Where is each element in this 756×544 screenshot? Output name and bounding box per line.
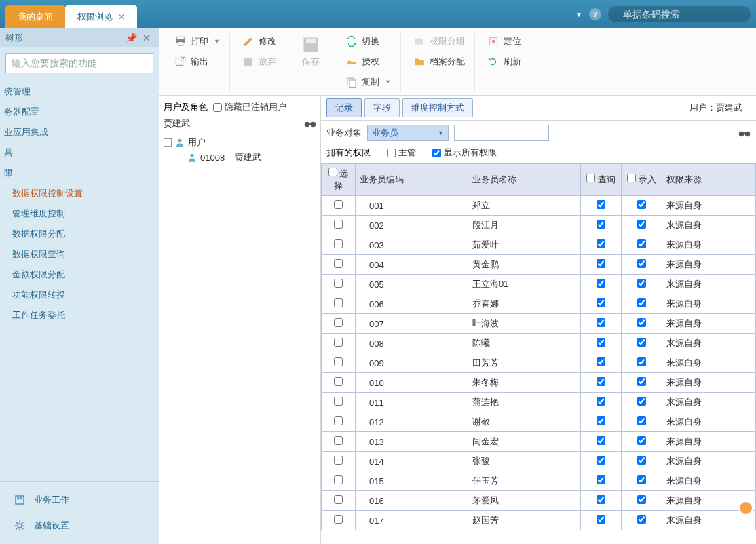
row-query[interactable] [597,377,605,386]
row-entry[interactable] [637,475,646,484]
collapse-icon[interactable]: − [164,138,172,147]
table-row[interactable]: 015任玉芳来源自身 [322,471,756,491]
row-select[interactable] [334,397,343,406]
row-entry[interactable] [637,416,646,425]
row-select[interactable] [334,416,343,425]
row-select[interactable] [334,515,343,524]
row-entry[interactable] [637,220,646,229]
row-query[interactable] [597,298,605,307]
tree-root[interactable]: − 用户 [164,135,316,150]
row-select[interactable] [334,220,343,229]
show-all-checkbox[interactable]: 显示所有权限 [432,147,497,159]
nav-item[interactable]: 统管理 [0,81,159,102]
row-entry[interactable] [637,259,646,268]
barcode-search-input[interactable] [623,9,742,20]
row-select[interactable] [334,436,343,445]
row-query[interactable] [597,259,605,268]
table-row[interactable]: 016茅爱凤来源自身 [322,491,756,511]
table-row[interactable]: 006乔春娜来源自身 [322,294,756,314]
print-button[interactable]: 打印▼ [170,33,224,50]
tree-child[interactable]: 01008 贾建武 [164,150,316,165]
row-entry[interactable] [637,456,646,465]
table-row[interactable]: 004黄金鹏来源自身 [322,255,756,275]
row-query[interactable] [597,475,605,484]
table-row[interactable]: 001郑立来源自身 [322,196,756,216]
filter-input[interactable] [454,125,549,141]
nav-item[interactable]: 务器配置 [0,102,159,122]
dropdown-icon[interactable]: ▼ [575,11,582,18]
row-select[interactable] [334,318,343,327]
row-entry[interactable] [637,338,646,347]
table-row[interactable]: 014张骏来源自身 [322,452,756,471]
row-query[interactable] [597,220,605,229]
row-query[interactable] [597,456,605,465]
row-select[interactable] [334,338,343,347]
nav-item[interactable]: 业应用集成 [0,122,159,142]
table-row[interactable]: 003茹爱叶来源自身 [322,235,756,255]
row-select[interactable] [334,298,343,307]
row-query[interactable] [597,436,605,445]
table-row[interactable]: 011蒲连艳来源自身 [322,393,756,412]
row-query[interactable] [597,495,605,504]
row-select[interactable] [334,456,343,465]
row-query[interactable] [597,200,605,209]
row-query[interactable] [597,357,605,366]
hide-cancelled-checkbox[interactable]: 隐藏已注销用户 [213,101,286,113]
row-select[interactable] [334,239,343,248]
row-query[interactable] [597,397,605,406]
tab-我的桌面[interactable]: 我的桌面 [5,5,65,28]
table-row[interactable]: 017赵国芳来源自身 [322,511,756,530]
binoculars-icon[interactable] [304,119,316,128]
sidebar-bottom-item[interactable]: 基础设置 [0,513,159,539]
copy-button[interactable]: 复制▼ [341,73,395,91]
subtab[interactable]: 字段 [364,98,400,117]
row-select[interactable] [334,259,343,268]
row-entry[interactable] [637,357,646,366]
output-button[interactable]: 输出 [170,53,224,71]
nav-subitem[interactable]: 数据权限查询 [0,244,159,265]
authorize-button[interactable]: 授权 [341,53,395,71]
close-icon[interactable]: ✕ [140,33,153,43]
row-query[interactable] [597,416,605,425]
file-assign-button[interactable]: 档案分配 [409,53,469,71]
table-row[interactable]: 012谢敬来源自身 [322,412,756,432]
help-icon[interactable]: ? [589,8,601,20]
tab-权限浏览[interactable]: 权限浏览✕ [65,5,137,28]
row-select[interactable] [334,357,343,366]
function-search-input[interactable] [5,53,153,73]
pin-icon[interactable]: 📌 [123,33,140,43]
nav-subitem[interactable]: 功能权限转授 [0,285,159,305]
col-source[interactable]: 权限来源 [662,164,755,196]
refresh-button[interactable]: 刷新 [483,53,525,71]
locate-button[interactable]: 定位 [483,33,525,50]
nav-subitem[interactable]: 数据权限控制设置 [0,183,159,203]
row-entry[interactable] [637,397,646,406]
modify-button[interactable]: 修改 [238,33,280,50]
nav-subitem[interactable]: 管理维度控制 [0,203,159,224]
table-row[interactable]: 013闫金宏来源自身 [322,432,756,452]
row-select[interactable] [334,200,343,209]
subtab[interactable]: 维度控制方式 [402,98,473,117]
supervisor-checkbox[interactable]: 主管 [387,147,416,159]
close-icon[interactable]: ✕ [118,12,125,22]
table-row[interactable]: 005王立海01来源自身 [322,275,756,294]
subtab[interactable]: 记录 [326,98,362,117]
row-select[interactable] [334,495,343,504]
switch-button[interactable]: 切换 [341,33,395,50]
sidebar-bottom-item[interactable]: 业务工作 [0,487,159,513]
float-action-button[interactable] [738,501,753,516]
nav-item[interactable]: 限 [0,163,159,183]
nav-subitem[interactable]: 数据权限分配 [0,224,159,244]
table-row[interactable]: 007叶海波来源自身 [322,314,756,334]
row-query[interactable] [597,338,605,347]
row-entry[interactable] [637,377,646,386]
col-query[interactable]: 查询 [580,164,621,196]
row-entry[interactable] [637,495,646,504]
permission-grid[interactable]: 选择 业务员编码 业务员名称 查询 录入 权限来源 001郑立来源自身002段江… [321,163,756,544]
binoculars-icon[interactable] [738,128,751,138]
col-code[interactable]: 业务员编码 [356,164,468,196]
row-select[interactable] [334,279,343,288]
table-row[interactable]: 009田芳芳来源自身 [322,353,756,373]
row-query[interactable] [597,279,605,288]
row-select[interactable] [334,377,343,386]
